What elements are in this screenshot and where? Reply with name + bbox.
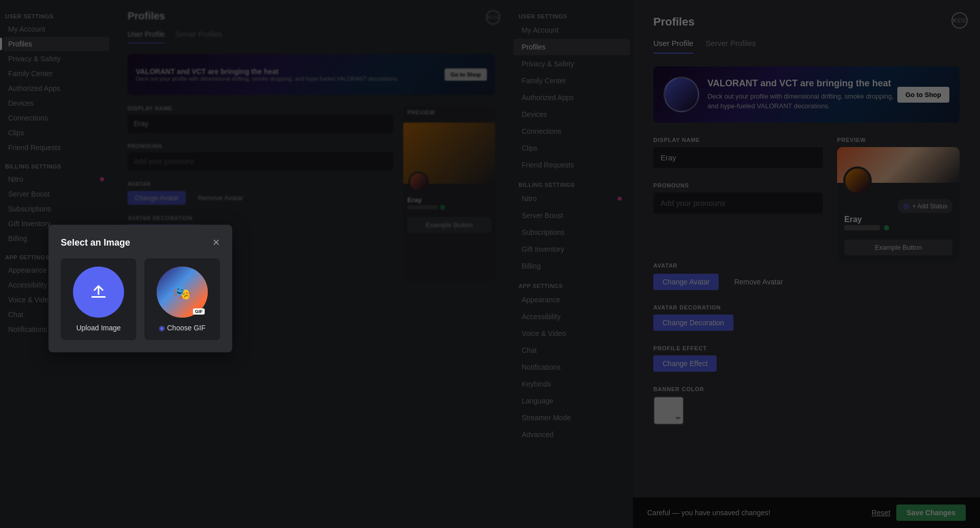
svg-rect-0: [91, 296, 106, 298]
modal-overlay: Select an Image ✕ Upload Image 🎭 GI: [0, 0, 980, 528]
modal-upload-label: Upload Image: [76, 324, 120, 332]
modal-upload-image-option[interactable]: Upload Image: [61, 258, 136, 340]
upload-circle-icon: [73, 267, 124, 318]
modal-options: Upload Image 🎭 GIF ◉ Choose GIF: [61, 258, 220, 340]
modal-choose-gif-option[interactable]: 🎭 GIF ◉ Choose GIF: [144, 258, 220, 340]
select-image-modal: Select an Image ✕ Upload Image 🎭 GI: [48, 225, 232, 352]
modal-gif-label: ◉ Choose GIF: [159, 324, 205, 332]
modal-title: Select an Image: [61, 237, 130, 248]
modal-close-button[interactable]: ✕: [212, 237, 220, 248]
gif-badge: GIF: [193, 308, 205, 315]
gif-circle-icon: 🎭 GIF: [157, 267, 208, 318]
